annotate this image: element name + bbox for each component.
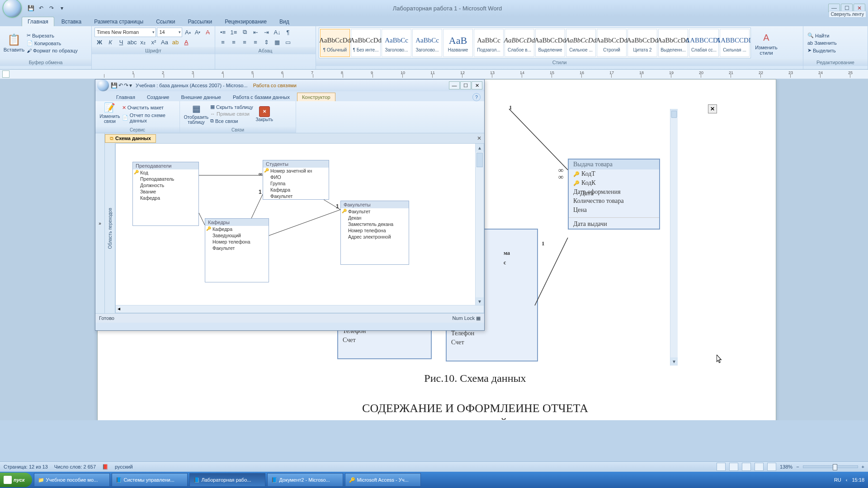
indent-inc-icon[interactable]: ⇥ — [261, 27, 271, 37]
style-item[interactable]: AaBbCcПодзагол... — [474, 29, 504, 57]
grow-font-icon[interactable]: A▴ — [183, 27, 192, 37]
minimize-button[interactable]: — — [449, 81, 460, 89]
access-vscroll[interactable]: ▴▾ — [475, 144, 484, 313]
bold-icon[interactable]: Ж — [94, 37, 104, 47]
paste-button[interactable]: 📋 Вставить — [3, 27, 25, 58]
hide-table-button[interactable]: ▦Скрыть таблицу — [209, 103, 255, 110]
save-icon[interactable]: 💾 — [111, 82, 118, 89]
view-draft-icon[interactable] — [767, 463, 776, 471]
taskbar-item-word3[interactable]: 📘Документ2 - Microso... — [267, 473, 343, 487]
taskbar-item-word2[interactable]: 📘Лабораторная рабо... — [189, 473, 265, 487]
style-item[interactable]: AaBbCcDdЦитата 2 — [627, 29, 657, 57]
start-button[interactable]: пуск — [0, 473, 32, 487]
all-relations-button[interactable]: ⧉Все связи — [209, 117, 255, 124]
access-tab-home[interactable]: Главная — [112, 93, 140, 101]
line-spacing-icon[interactable]: ⇕ — [261, 37, 271, 47]
view-web-layout-icon[interactable] — [742, 463, 751, 471]
redo-icon[interactable]: ↷ — [124, 82, 128, 89]
tab-review[interactable]: Рецензирование — [219, 17, 272, 26]
scroll-down-icon[interactable]: ▾ — [476, 297, 484, 305]
indent-dec-icon[interactable]: ⇤ — [250, 27, 260, 37]
scroll-down-icon[interactable]: ▾ — [670, 357, 678, 366]
status-words[interactable]: Число слов: 2 657 — [54, 464, 96, 469]
change-styles-button[interactable]: A Изменить стили — [753, 28, 780, 58]
nav-pane-label[interactable]: Область переходов — [105, 143, 115, 313]
taskbar-item-access[interactable]: 🔑Microsoft Access - Уч... — [345, 473, 421, 487]
sort-icon[interactable]: A↓ — [272, 27, 282, 37]
taskbar-item-word1[interactable]: 📘Системы управлени... — [112, 473, 188, 487]
access-tab-external[interactable]: Внешние данные — [177, 93, 226, 101]
numbering-icon[interactable]: 1≡ — [229, 27, 239, 37]
shading-icon[interactable]: ▦ — [272, 37, 282, 47]
zoom-level[interactable]: 138% — [780, 464, 793, 469]
justify-icon[interactable]: ≡ — [250, 37, 260, 47]
taskbar-item-folder[interactable]: 📁Учебное пособие мо... — [34, 473, 110, 487]
style-item[interactable]: AaBbCcDd¶ Обычный — [320, 29, 350, 57]
italic-icon[interactable]: К — [105, 37, 115, 47]
table-fakultety[interactable]: Факультеты Факультет Декан Заместитель д… — [340, 201, 409, 265]
style-item[interactable]: AaBНазвание — [443, 29, 473, 57]
style-item[interactable]: AaBbCcЗаголово... — [382, 29, 411, 57]
style-item[interactable]: AaBbCcDdВыделение — [535, 29, 565, 57]
strike-icon[interactable]: abc — [127, 37, 137, 47]
view-fullscreen-icon[interactable] — [729, 463, 738, 471]
tab-insert[interactable]: Вставка — [56, 17, 87, 26]
tab-view[interactable]: Вид — [274, 17, 295, 26]
copy-button[interactable]: 📄Копировать — [25, 40, 79, 47]
shrink-ribbon-hint[interactable]: Свернуть ленту — [829, 11, 866, 18]
font-name-select[interactable]: Times New Roman — [94, 28, 156, 37]
zoom-slider[interactable] — [803, 465, 858, 468]
help-icon[interactable]: ? — [472, 93, 481, 101]
access-window[interactable]: 💾 ↶ ↷ ▾ Учебная : база данных (Access 20… — [95, 79, 485, 331]
style-item[interactable]: AaBbCcЗаголово... — [412, 29, 442, 57]
status-page[interactable]: Страница: 12 из 13 — [4, 464, 48, 469]
zoom-out-icon[interactable]: − — [796, 464, 799, 469]
close-button[interactable]: ✕ — [472, 81, 482, 89]
align-left-icon[interactable]: ≡ — [218, 37, 228, 47]
access-titlebar[interactable]: 💾 ↶ ↷ ▾ Учебная : база данных (Access 20… — [95, 80, 484, 91]
status-language[interactable]: русский — [115, 464, 132, 469]
subscript-icon[interactable]: x₂ — [138, 37, 148, 47]
close-relations-button[interactable]: ✕ Закрыть — [255, 106, 274, 122]
find-button[interactable]: 🔍Найти — [806, 32, 865, 39]
access-hscroll[interactable]: ◂ — [116, 305, 484, 313]
proofing-icon[interactable]: 📕 — [102, 464, 108, 470]
scroll-up-icon[interactable]: ▴ — [476, 144, 484, 152]
style-item[interactable]: AaBbCcDdСтрогий — [597, 29, 627, 57]
table-prepodavateli[interactable]: Преподаватели Код Преподаватель Должност… — [132, 162, 199, 226]
style-item[interactable]: AABBCCDDСлабая сс... — [689, 29, 719, 57]
save-icon[interactable]: 💾 — [26, 4, 35, 13]
close-tab-icon[interactable]: ✕ — [476, 135, 482, 141]
superscript-icon[interactable]: x² — [149, 37, 159, 47]
style-item[interactable]: AaBbCcDd¶ Без инте... — [351, 29, 381, 57]
tray-icon[interactable]: ‹ — [846, 477, 848, 483]
figure-scrollbar[interactable]: ▴ ▾ — [670, 109, 678, 366]
undo-icon[interactable]: ↶ — [118, 82, 123, 89]
align-right-icon[interactable]: ≡ — [240, 37, 250, 47]
qat-dropdown-icon[interactable]: ▾ — [57, 4, 66, 13]
redo-icon[interactable]: ↷ — [47, 4, 56, 13]
show-marks-icon[interactable]: ¶ — [283, 27, 293, 37]
access-tab-create[interactable]: Создание — [142, 93, 174, 101]
clear-format-icon[interactable]: A̶ — [203, 27, 212, 37]
view-print-layout-icon[interactable] — [717, 463, 726, 471]
view-icon[interactable]: ▦ — [476, 315, 481, 321]
maximize-button[interactable]: ☐ — [460, 81, 471, 89]
schema-report-button[interactable]: 📄Отчет по схеме данных — [121, 112, 176, 124]
horizontal-ruler[interactable]: 1234567891011121314151617181920212223242… — [0, 70, 868, 79]
style-item[interactable]: AaBbCcDdСильное ... — [566, 29, 596, 57]
shrink-font-icon[interactable]: A▾ — [193, 27, 202, 37]
font-color-icon[interactable]: A — [181, 37, 191, 47]
tab-references[interactable]: Ссылки — [151, 17, 180, 26]
borders-icon[interactable]: ▭ — [283, 37, 293, 47]
underline-icon[interactable]: Ч — [116, 37, 126, 47]
view-outline-icon[interactable] — [755, 463, 764, 471]
zoom-knob[interactable] — [833, 464, 837, 470]
font-size-select[interactable]: 14 — [157, 28, 182, 37]
access-tab-database[interactable]: Работа с базами данных — [228, 93, 294, 101]
tab-mailings[interactable]: Рассылки — [182, 17, 217, 26]
schema-tab[interactable]: ⧉ Схема данных — [105, 134, 156, 143]
scroll-thumb[interactable] — [476, 153, 483, 167]
multilevel-icon[interactable]: ⧉ — [240, 27, 250, 37]
highlight-icon[interactable]: ab — [170, 37, 180, 47]
